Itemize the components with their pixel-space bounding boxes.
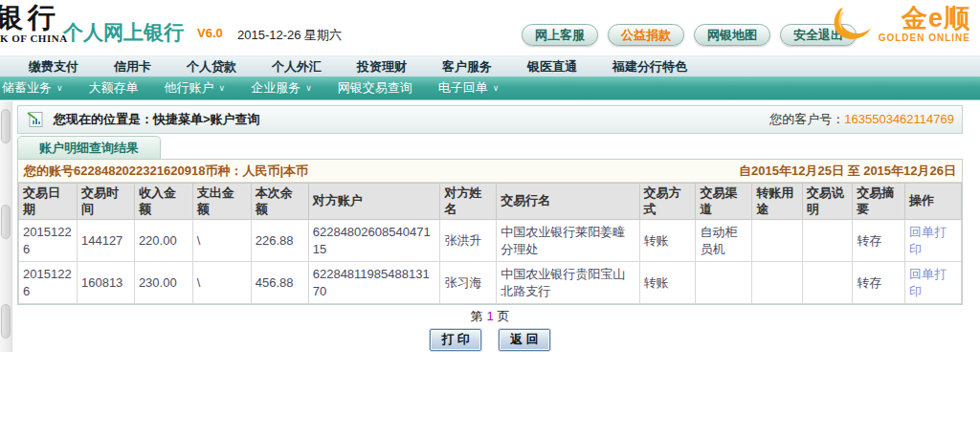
page-suffix: 页 xyxy=(498,309,510,323)
result-panel: 您的账号6228482022321620918 币种：人民币|本币 自2015年… xyxy=(17,159,963,305)
bank-logo: 银行 K OF CHINA xyxy=(0,3,68,44)
account-info-bar: 您的账号6228482022321620918 币种：人民币|本币 自2015年… xyxy=(18,160,962,183)
charity-donation-button[interactable]: 公益捐款 xyxy=(608,24,684,46)
nav-item-corporate-service[interactable]: 企业服务 ∨ xyxy=(251,79,312,97)
cell-summary: 转存 xyxy=(853,262,905,304)
back-button[interactable]: 返 回 xyxy=(499,329,550,351)
cell-counter-name: 张洪升 xyxy=(440,220,497,262)
col-header-bank-name: 交易行名 xyxy=(497,184,639,220)
location-document-icon xyxy=(26,110,45,129)
chevron-down-icon: ∨ xyxy=(56,83,63,93)
date-range: 自2015年12月25日 至 2015年12月26日 xyxy=(739,163,956,180)
bank-logo-en: K OF CHINA xyxy=(0,33,68,44)
chevron-down-icon: ∨ xyxy=(219,83,226,93)
page-number: 1 xyxy=(486,309,493,323)
cell-counter-account: 6228481198548813170 xyxy=(308,262,440,304)
action-buttons: 打 印 返 回 xyxy=(17,329,963,351)
collapsed-sidebar-strip xyxy=(0,101,12,352)
cell-income: 220.00 xyxy=(134,220,192,262)
nav-item-payments[interactable]: 缴费支付 xyxy=(29,58,78,76)
col-header-action: 操作 xyxy=(905,184,962,220)
col-header-date: 交易日期 xyxy=(19,184,78,220)
sidebar-collapse-handle[interactable] xyxy=(1,205,11,239)
nav-item-transaction-query[interactable]: 网银交易查询 xyxy=(338,79,412,97)
cell-description xyxy=(802,220,853,262)
pagination: 第1页 xyxy=(17,308,963,325)
nav-item-investment[interactable]: 投资理财 xyxy=(357,58,407,76)
nav-item-credit-card[interactable]: 信用卡 xyxy=(114,58,151,76)
cell-time: 160813 xyxy=(77,262,134,304)
col-header-income: 收入金额 xyxy=(134,184,192,220)
col-header-outcome: 支出金额 xyxy=(192,184,251,220)
col-header-counter-name: 对方姓名 xyxy=(440,184,497,220)
cell-purpose xyxy=(752,262,803,304)
cell-balance: 456.88 xyxy=(251,262,308,304)
nav-item-e-receipt[interactable]: 电子回单 ∨ xyxy=(438,79,500,97)
cell-counter-name: 张习海 xyxy=(440,262,497,304)
nav-item-fujian-features[interactable]: 福建分行特色 xyxy=(612,58,687,76)
transactions-table: 交易日期 交易时间 收入金额 支出金额 本次余额 对方账户 对方姓名 交易行名 … xyxy=(18,183,962,304)
col-header-time: 交易时间 xyxy=(77,184,134,220)
breadcrumb: 您现在的位置是：快捷菜单>账户查询 xyxy=(54,111,260,128)
nav-item-savings[interactable]: 储蓄业务 ∨ xyxy=(2,79,63,97)
cell-channel: 自动柜员机 xyxy=(696,220,752,262)
nav-item-large-deposit[interactable]: 大额存单 xyxy=(89,79,139,97)
table-row: 20151226 144127 220.00 \ 226.88 62284802… xyxy=(19,220,962,262)
col-header-method: 交易方式 xyxy=(639,184,696,220)
cell-method: 转账 xyxy=(639,262,696,304)
nav-item-personal-loan[interactable]: 个人贷款 xyxy=(187,58,236,76)
nav-item-customer-service[interactable]: 客户服务 xyxy=(442,58,492,76)
cell-date: 20151226 xyxy=(19,220,78,262)
col-header-summary: 交易摘要 xyxy=(853,184,905,220)
cell-income: 230.00 xyxy=(134,262,192,304)
customer-number-label: 您的客户号： xyxy=(769,112,844,126)
header: 银行 K OF CHINA 个人网上银行 V6.0 2015-12-26 星期六… xyxy=(0,0,980,55)
tab-account-detail-result[interactable]: 账户明细查询结果 xyxy=(17,136,161,160)
chevron-down-icon: ∨ xyxy=(305,83,312,93)
page-title: 个人网上银行 xyxy=(63,19,184,46)
online-service-button[interactable]: 网上客服 xyxy=(522,24,598,46)
golden-online-brand: 金e顺 GOLDEN ONLINE xyxy=(831,4,970,44)
sidebar-collapse-handle[interactable] xyxy=(1,109,11,143)
col-header-channel: 交易渠道 xyxy=(696,184,752,220)
nav-item-other-bank-account[interactable]: 他行账户 ∨ xyxy=(165,79,226,97)
cell-date: 20151226 xyxy=(19,262,78,304)
cell-time: 144127 xyxy=(77,220,134,262)
primary-nav: 缴费支付 信用卡 个人贷款 个人外汇 投资理财 客户服务 银医直通 福建分行特色 xyxy=(0,55,980,76)
brand-name: 金e顺 xyxy=(902,6,970,32)
col-header-description: 交易说明 xyxy=(802,184,853,220)
table-row: 20151226 160813 230.00 \ 456.88 62284811… xyxy=(19,262,962,304)
cell-summary: 转存 xyxy=(853,220,905,262)
breadcrumb-bar: 您现在的位置是：快捷菜单>账户查询 您的客户号：1635503462114769 xyxy=(17,105,963,134)
print-button[interactable]: 打 印 xyxy=(430,329,481,351)
cell-purpose xyxy=(752,220,803,262)
col-header-purpose: 转账用途 xyxy=(752,184,803,220)
customer-number-value: 1635503462114769 xyxy=(844,112,954,126)
col-header-counter-account: 对方账户 xyxy=(308,184,440,220)
bank-logo-cn: 银行 xyxy=(0,3,68,32)
nav-item-personal-forex[interactable]: 个人外汇 xyxy=(272,58,322,76)
page-prefix: 第 xyxy=(470,309,482,323)
sidebar-collapse-handle[interactable] xyxy=(1,304,11,339)
cell-description xyxy=(802,262,853,304)
brand-subtitle: GOLDEN ONLINE xyxy=(879,33,970,43)
cell-balance: 226.88 xyxy=(251,220,308,262)
col-header-balance: 本次余额 xyxy=(251,184,308,220)
receipt-print-link[interactable]: 回单打印 xyxy=(909,225,947,256)
receipt-print-link[interactable]: 回单打印 xyxy=(909,267,947,298)
cell-counter-account: 6228480260854047115 xyxy=(308,220,440,262)
crescent-logo-icon xyxy=(831,4,875,44)
cell-action: 回单打印 xyxy=(905,262,962,304)
cell-bank-name: 中国农业银行莱阳姜疃分理处 xyxy=(497,220,639,262)
table-header-row: 交易日期 交易时间 收入金额 支出金额 本次余额 对方账户 对方姓名 交易行名 … xyxy=(19,184,962,220)
account-label: 您的账号 xyxy=(24,163,74,180)
secondary-nav: 储蓄业务 ∨ 大额存单 他行账户 ∨ 企业服务 ∨ 网银交易查询 电子回单 ∨ xyxy=(0,76,980,100)
header-date: 2015-12-26 星期六 xyxy=(237,27,342,44)
cell-outcome: \ xyxy=(192,220,251,262)
bank-map-button[interactable]: 网银地图 xyxy=(694,24,770,46)
chevron-down-icon: ∨ xyxy=(493,83,500,93)
account-number: 6228482022321620918 xyxy=(74,164,205,178)
nav-item-bank-medical[interactable]: 银医直通 xyxy=(527,58,577,76)
cell-channel xyxy=(696,262,752,304)
cell-outcome: \ xyxy=(192,262,251,304)
